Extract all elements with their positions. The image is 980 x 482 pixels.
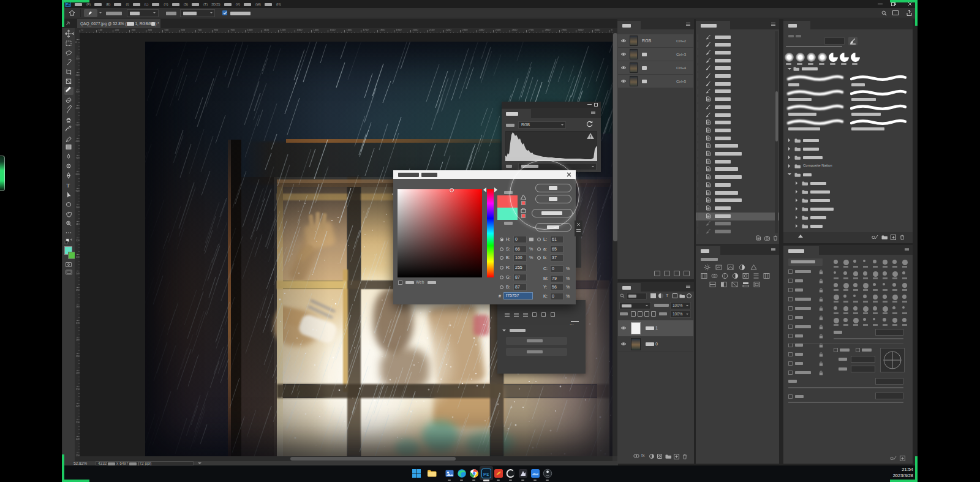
svg-text:T: T bbox=[67, 183, 70, 189]
svg-text:Ps: Ps bbox=[483, 472, 489, 477]
